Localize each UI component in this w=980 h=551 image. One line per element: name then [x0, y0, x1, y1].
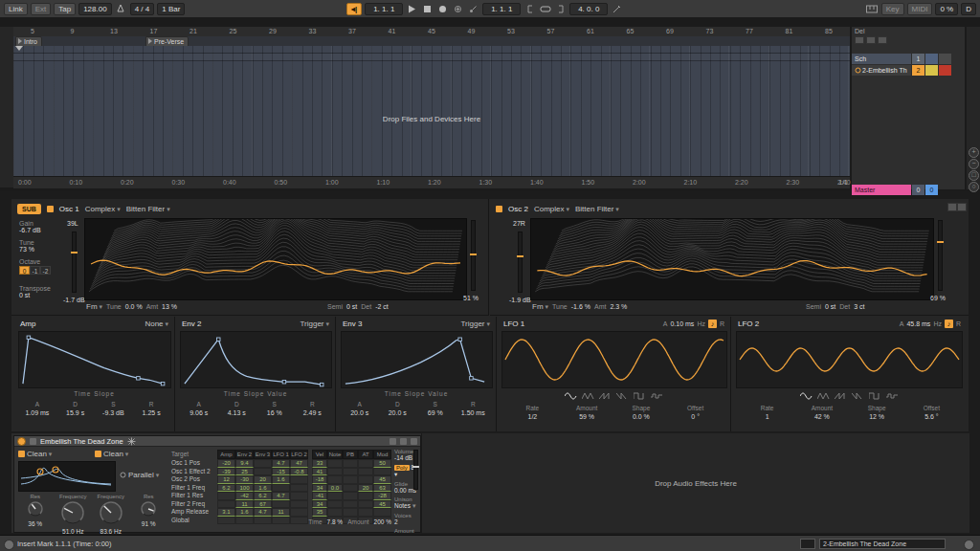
matrix-cell[interactable]: -30: [235, 475, 254, 484]
status-small-box[interactable]: [800, 539, 815, 549]
triangle-shape-icon[interactable]: [817, 391, 830, 403]
device-expand-icon[interactable]: [400, 438, 407, 445]
osc2-fm-menu[interactable]: Fm: [532, 302, 548, 311]
ext-button[interactable]: Ext: [31, 3, 52, 15]
follow-scroll-icon[interactable]: ○: [969, 182, 979, 192]
arrangement-grid[interactable]: Drop Files and Devices Here: [13, 46, 850, 176]
matrix-cell[interactable]: [343, 492, 358, 500]
matrix-cell[interactable]: 45: [373, 475, 391, 484]
env3-display[interactable]: [341, 331, 493, 388]
envelope-mode-menu[interactable]: Trigger: [460, 320, 490, 328]
audio-effects-drop-zone[interactable]: Drop Audio Effects Here: [421, 433, 969, 533]
matrix-cell[interactable]: [217, 492, 235, 500]
matrix-cell[interactable]: 47: [290, 459, 308, 468]
time-value[interactable]: 7.8 %: [327, 518, 344, 525]
track-solo-button[interactable]: [925, 54, 938, 64]
lfo1-display[interactable]: [501, 331, 727, 388]
track-name[interactable]: Sch: [852, 54, 911, 64]
osc2-level-slider[interactable]: [518, 231, 523, 293]
matrix-cell[interactable]: [358, 468, 373, 476]
detune-value[interactable]: -2 ct: [375, 303, 389, 310]
tap-tempo-button[interactable]: Tap: [54, 3, 76, 15]
env-param-d[interactable]: D15.9 s: [56, 401, 95, 416]
quantize-menu[interactable]: 1 Bar: [157, 3, 185, 15]
track-activator[interactable]: 2: [912, 65, 924, 76]
device-close-icon[interactable]: [411, 438, 417, 445]
matrix-cell[interactable]: -28: [373, 492, 391, 500]
volume-slider[interactable]: [413, 450, 418, 490]
overdub-icon[interactable]: [452, 3, 464, 15]
envelope-mode-menu[interactable]: Trigger: [300, 320, 329, 328]
matrix-cell[interactable]: 6.2: [254, 492, 272, 500]
key-map-button[interactable]: Key: [881, 3, 904, 15]
matrix-cell[interactable]: 20: [358, 484, 373, 493]
env-param-a[interactable]: A9.06 s: [180, 401, 218, 416]
matrix-cell[interactable]: -20: [217, 459, 235, 468]
device-activator-icon[interactable]: [17, 437, 26, 446]
matrix-cell[interactable]: -39: [217, 468, 235, 476]
matrix-cell[interactable]: -0.8: [290, 468, 308, 476]
matrix-cell[interactable]: [290, 508, 308, 517]
matrix-cell[interactable]: [343, 500, 358, 509]
io-toggle-icons[interactable]: [855, 36, 887, 44]
master-slot[interactable]: 0: [912, 185, 924, 195]
matrix-cell[interactable]: 4.7: [272, 459, 290, 468]
saw-up-shape-icon[interactable]: [599, 391, 612, 403]
device-title-bar[interactable]: Embellish The Dead Zone: [14, 436, 420, 447]
lfo-param-amount[interactable]: Amount42 %: [794, 405, 849, 420]
master-track-name[interactable]: Master: [852, 185, 911, 195]
lfo-attack-value[interactable]: 45.8 ms: [906, 320, 930, 327]
matrix-cell[interactable]: [272, 484, 290, 493]
matrix-cell[interactable]: -41: [312, 492, 327, 500]
insert-marker[interactable]: [15, 46, 23, 51]
semi-value[interactable]: 0 st: [346, 303, 357, 310]
matrix-cell[interactable]: 1.6: [272, 475, 290, 484]
matrix-cell[interactable]: [358, 475, 373, 484]
knob-res-3[interactable]: Res91 %: [130, 494, 168, 535]
status-right-icon[interactable]: [964, 540, 974, 550]
sub-oscillator-button[interactable]: SUB: [17, 204, 41, 214]
transpose-value[interactable]: 0 st: [19, 292, 65, 298]
track-solo-button[interactable]: [925, 65, 938, 76]
draw-mode-icon[interactable]: [611, 3, 623, 15]
osc1-engine-menu[interactable]: Complex: [85, 205, 121, 213]
matrix-cell[interactable]: 12: [217, 475, 235, 484]
lfo-attack-value[interactable]: 0.10 ms: [670, 320, 694, 327]
hot-swap-icon[interactable]: [127, 437, 136, 446]
matrix-cell[interactable]: [327, 475, 343, 484]
knob-res-0[interactable]: Res36 %: [16, 494, 55, 535]
filter1-type-menu[interactable]: Clean: [18, 450, 52, 458]
matrix-cell[interactable]: 45: [373, 500, 391, 509]
saw-down-shape-icon[interactable]: [852, 391, 864, 403]
env-param-r[interactable]: R2.49 s: [294, 401, 332, 416]
matrix-cell[interactable]: [327, 459, 343, 468]
saw-down-shape-icon[interactable]: [616, 391, 629, 403]
matrix-cell[interactable]: [358, 508, 373, 517]
osc2-level-value[interactable]: -1.9 dB: [509, 297, 531, 303]
matrix-cell[interactable]: 35: [312, 508, 327, 517]
matrix-cell[interactable]: [343, 484, 358, 493]
env-param-d[interactable]: D20.0 s: [379, 401, 417, 416]
lfo-param-rate[interactable]: Rate1: [740, 405, 794, 420]
track-lane[interactable]: [13, 46, 850, 54]
matrix-cell[interactable]: [254, 459, 272, 468]
automation-arm-icon[interactable]: [467, 3, 479, 15]
matrix-cell[interactable]: -42: [235, 492, 254, 500]
osc1-level-slider[interactable]: [72, 231, 77, 293]
matrix-cell[interactable]: 1.6: [235, 508, 254, 517]
voices-value[interactable]: 2: [394, 518, 419, 525]
matrix-cell[interactable]: 20: [254, 475, 272, 484]
lfo-hz-toggle[interactable]: Hz: [933, 320, 942, 327]
unison-mode-menu[interactable]: Notes: [394, 502, 419, 510]
random-shape-icon[interactable]: [651, 391, 663, 403]
zoom-out-icon[interactable]: −: [969, 159, 979, 169]
time-ruler[interactable]: 1/1 0:000:100:200:300:400:501:001:101:20…: [13, 176, 850, 188]
matrix-cell[interactable]: [343, 508, 358, 517]
matrix-cell[interactable]: [217, 500, 235, 509]
lfo-param-amount[interactable]: Amount59 %: [560, 405, 614, 420]
loop-start-display[interactable]: 1. 1. 1: [482, 3, 521, 15]
matrix-cell[interactable]: [358, 492, 373, 500]
tempo-display[interactable]: 128.00: [78, 3, 111, 15]
matrix-cell[interactable]: 0.0: [327, 484, 343, 493]
matrix-cell[interactable]: [343, 459, 358, 468]
